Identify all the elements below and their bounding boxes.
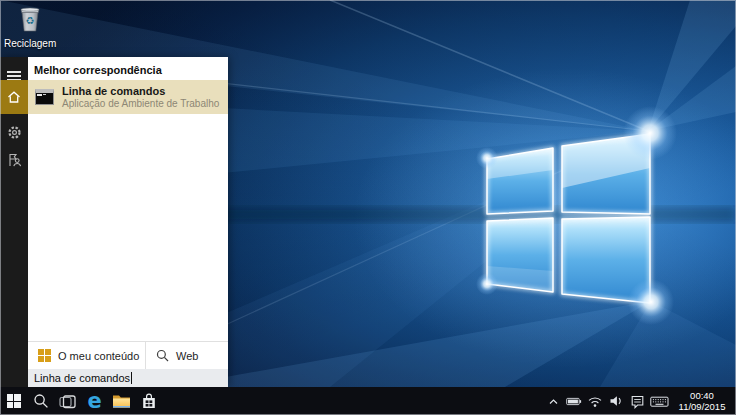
store-taskbar-button[interactable] <box>135 387 162 415</box>
feedback-person-icon <box>6 152 22 168</box>
tray-action-center-icon[interactable] <box>629 387 645 415</box>
search-input[interactable]: Linha de comandos <box>28 369 228 387</box>
taskbar: e <box>0 387 736 415</box>
taskbar-clock[interactable]: 00:40 11/09/2015 <box>674 390 730 412</box>
recycle-bin-icon: ♻ <box>16 5 44 33</box>
my-stuff-label: O meu conteúdo <box>58 350 139 362</box>
search-icon <box>156 349 169 362</box>
tray-volume-icon[interactable] <box>608 387 624 415</box>
my-stuff-filter-button[interactable]: O meu conteúdo <box>28 342 146 369</box>
web-label: Web <box>176 350 198 362</box>
home-icon <box>6 89 22 105</box>
result-subtitle: Aplicação de Ambiente de Trabalho <box>62 98 219 110</box>
task-view-icon <box>59 394 76 409</box>
search-icon <box>33 393 49 409</box>
windows-flag-icon <box>38 349 51 362</box>
edge-icon: e <box>87 391 101 411</box>
edge-taskbar-button[interactable]: e <box>81 387 108 415</box>
task-view-button[interactable] <box>54 387 81 415</box>
search-results-area: Melhor correspondência Linha de comandos… <box>28 57 228 387</box>
svg-text:♻: ♻ <box>26 15 35 26</box>
clock-date: 11/09/2015 <box>674 401 730 412</box>
sidebar-item-settings[interactable] <box>0 119 28 145</box>
search-input-value: Linha de comandos <box>34 372 130 384</box>
start-button[interactable] <box>0 387 27 415</box>
tray-wifi-icon[interactable] <box>587 387 603 415</box>
store-icon <box>141 392 157 410</box>
text-caret <box>131 372 132 384</box>
tray-chevron-up-icon[interactable] <box>545 387 561 415</box>
file-explorer-taskbar-button[interactable] <box>108 387 135 415</box>
best-match-header: Melhor correspondência <box>34 64 162 76</box>
command-prompt-icon <box>35 89 54 105</box>
tray-battery-icon[interactable] <box>566 387 582 415</box>
sidebar-item-feedback[interactable] <box>0 147 28 173</box>
taskbar-search-button[interactable] <box>27 387 54 415</box>
tray-keyboard-icon[interactable] <box>650 387 669 415</box>
recycle-bin-label: Reciclagem <box>4 38 56 49</box>
taskbar-left-icons: e <box>0 387 162 415</box>
recycle-bin-shortcut[interactable]: ♻ Reciclagem <box>4 5 56 49</box>
gear-icon <box>7 125 22 140</box>
file-explorer-icon <box>112 393 131 409</box>
system-tray: 00:40 11/09/2015 <box>545 387 736 415</box>
search-result-command-prompt[interactable]: Linha de comandos Aplicação de Ambiente … <box>28 80 228 114</box>
sidebar-item-home[interactable] <box>0 80 28 114</box>
clock-time: 00:40 <box>674 390 730 401</box>
search-panel: Melhor correspondência Linha de comandos… <box>0 57 228 387</box>
windows-desktop: ♻ Reciclagem <box>0 0 736 415</box>
search-panel-sidebar <box>0 57 28 387</box>
web-filter-button[interactable]: Web <box>146 342 228 369</box>
result-title: Linha de comandos <box>62 85 219 98</box>
search-filter-bar: O meu conteúdo Web <box>28 341 228 369</box>
start-windows-icon <box>7 394 21 408</box>
